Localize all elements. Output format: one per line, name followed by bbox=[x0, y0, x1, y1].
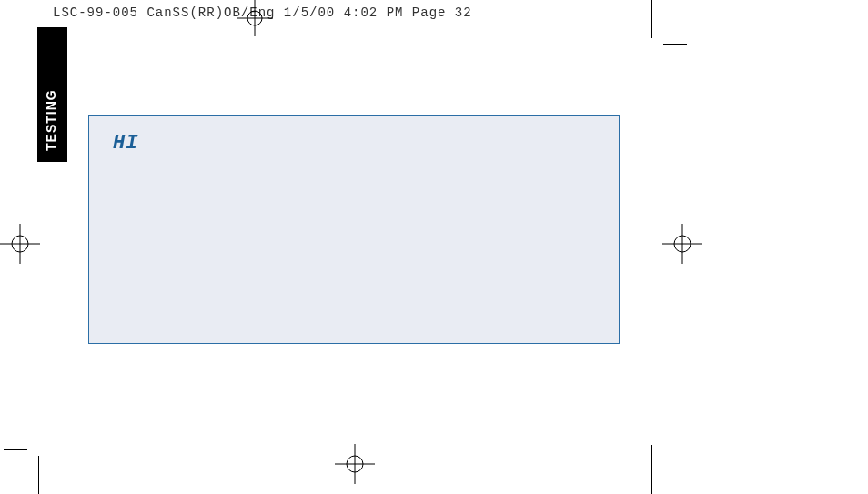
svg-point-8 bbox=[674, 236, 691, 252]
crop-mark-icon bbox=[663, 44, 687, 45]
crop-mark-icon bbox=[4, 449, 27, 450]
section-tab-label: TESTING bbox=[44, 89, 58, 151]
crop-mark-icon bbox=[651, 445, 652, 494]
registration-mark-icon bbox=[335, 444, 375, 484]
prepress-slug: LSC-99-005 CanSS(RR)OB/Eng 1/5/00 4:02 P… bbox=[53, 5, 472, 20]
crop-mark-icon bbox=[663, 439, 687, 439]
registration-mark-icon bbox=[0, 224, 40, 264]
content-panel: HI bbox=[88, 115, 620, 344]
registration-mark-icon bbox=[662, 224, 702, 264]
section-tab-testing: TESTING bbox=[37, 27, 67, 162]
crop-mark-icon bbox=[651, 0, 652, 38]
svg-point-5 bbox=[12, 236, 28, 252]
svg-point-11 bbox=[347, 456, 363, 472]
display-text: HI bbox=[113, 132, 595, 155]
crop-mark-icon bbox=[38, 456, 39, 494]
